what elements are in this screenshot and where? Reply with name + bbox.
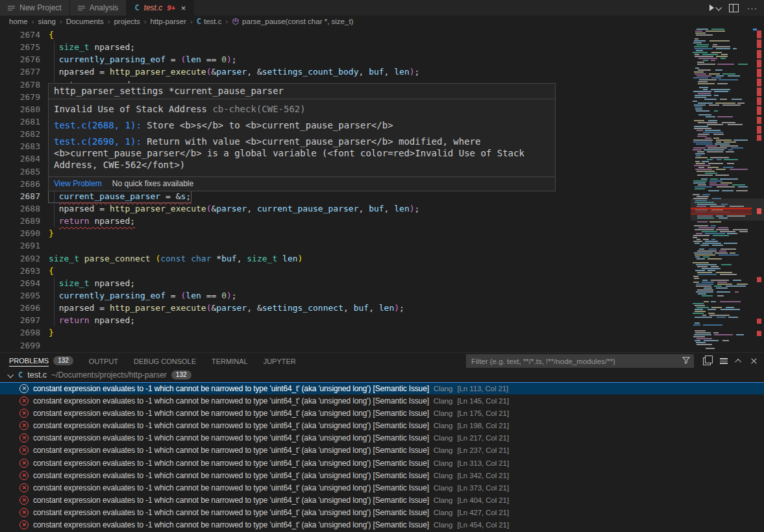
- line-number: 2692: [0, 252, 40, 265]
- tab-analysis[interactable]: Analysis: [70, 0, 127, 16]
- more-actions-icon[interactable]: ···: [747, 3, 758, 13]
- breadcrumb-projects[interactable]: projects: [114, 18, 140, 25]
- code-line-text: current_pause_parser = &s;: [49, 190, 191, 202]
- code-editor[interactable]: 2674{2675 size_t nparsed;2676 currently_…: [0, 27, 764, 352]
- code-line[interactable]: 2693{: [0, 265, 764, 277]
- tab-debug-console[interactable]: DEBUG CONSOLE: [134, 353, 196, 368]
- code-line[interactable]: 2677 nparsed = http_parser_execute(&pars…: [0, 66, 764, 78]
- line-number: 2686: [0, 178, 40, 190]
- group-count-badge: 132: [171, 370, 191, 380]
- breadcrumb-documents[interactable]: Documents: [66, 18, 104, 25]
- problem-row[interactable]: constant expression evaluates to -1 whic…: [0, 494, 764, 506]
- breadcrumb-siang[interactable]: siang: [38, 18, 56, 25]
- code-line-text: currently_parsing_eof = (len == 0);: [49, 289, 237, 302]
- breadcrumb-symbol-label: parse_pause(const char *, size_t): [242, 18, 353, 25]
- problem-row[interactable]: constant expression evaluates to -1 whic…: [0, 382, 764, 394]
- code-line[interactable]: 2698}: [0, 326, 764, 339]
- breadcrumb-home[interactable]: home: [9, 18, 28, 25]
- file-location-link[interactable]: test.c(2688, 1):: [54, 120, 142, 130]
- code-line[interactable]: 2675 size_t nparsed;: [0, 41, 764, 53]
- error-icon: [19, 433, 29, 442]
- maximize-panel-icon[interactable]: [735, 359, 741, 365]
- breadcrumb-separator: ›: [143, 18, 147, 25]
- breadcrumb-http-parser[interactable]: http-parser: [150, 18, 186, 25]
- problem-message: constant expression evaluates to -1 whic…: [33, 496, 429, 505]
- tab-terminal[interactable]: TERMINAL: [212, 353, 248, 368]
- problem-message: constant expression evaluates to -1 whic…: [33, 384, 429, 393]
- code-line[interactable]: 2690}: [0, 227, 764, 239]
- problem-row[interactable]: constant expression evaluates to -1 whic…: [0, 519, 764, 531]
- filter-icon[interactable]: [682, 356, 690, 364]
- close-panel-icon[interactable]: [750, 357, 758, 365]
- hover-diagnostic-title: Invalid Use of Stack Address cb-check(CW…: [54, 103, 550, 115]
- panel-tab-label: PROBLEMS: [9, 354, 49, 367]
- tab-new-project[interactable]: New Project: [0, 0, 70, 16]
- code-line[interactable]: 2699: [0, 339, 764, 352]
- code-line[interactable]: 2687 current_pause_parser = &s;: [0, 190, 764, 202]
- problem-hover-popup: http_parser_settings *current_pause_pars…: [48, 83, 556, 191]
- line-number: 2675: [0, 41, 40, 53]
- run-or-debug-button[interactable]: [709, 5, 721, 11]
- problem-row[interactable]: constant expression evaluates to -1 whic…: [0, 457, 764, 469]
- breadcrumb-separator: ›: [59, 18, 63, 25]
- close-tab-icon[interactable]: ×: [181, 3, 186, 13]
- error-icon: [19, 396, 29, 405]
- code-line[interactable]: 2674{: [0, 29, 764, 41]
- file-location-link[interactable]: test.c(2690, 1):: [54, 136, 142, 147]
- code-line[interactable]: 2695 currently_parsing_eof = (len == 0);: [0, 289, 764, 302]
- problem-source: Clang: [434, 472, 453, 479]
- problem-row[interactable]: constant expression evaluates to -1 whic…: [0, 407, 764, 419]
- copy-icon[interactable]: [703, 357, 711, 365]
- problem-row[interactable]: constant expression evaluates to -1 whic…: [0, 507, 764, 519]
- tab-output[interactable]: OUTPUT: [89, 353, 118, 368]
- code-line[interactable]: 2692size_t parse_connect (const char *bu…: [0, 252, 764, 265]
- tab-jupyter[interactable]: JUPYTER: [264, 353, 296, 368]
- minimap[interactable]: [691, 29, 752, 351]
- tab-problems[interactable]: PROBLEMS 132: [9, 353, 73, 368]
- problem-row[interactable]: constant expression evaluates to -1 whic…: [0, 481, 764, 494]
- problem-source: Clang: [434, 496, 453, 504]
- problem-message: constant expression evaluates to -1 whic…: [33, 459, 429, 468]
- view-as-table-icon[interactable]: [720, 358, 728, 363]
- problem-message: constant expression evaluates to -1 whic…: [33, 508, 429, 517]
- line-number: 2678: [0, 79, 40, 91]
- error-icon: [19, 496, 29, 505]
- code-line[interactable]: 2691: [0, 239, 764, 252]
- split-editor-icon[interactable]: [729, 4, 739, 12]
- problem-source: Clang: [434, 422, 453, 429]
- view-problem-link[interactable]: View Problem: [54, 179, 102, 189]
- code-line[interactable]: 2688 nparsed = http_parser_execute(&pars…: [0, 202, 764, 215]
- tab-test-c[interactable]: C test.c 9+ ×: [127, 0, 194, 16]
- problem-message: constant expression evaluates to -1 whic…: [33, 520, 429, 529]
- problems-filter-input[interactable]: [466, 354, 694, 368]
- problems-file-group[interactable]: C test.c ~/Documents/projects/http-parse…: [0, 368, 764, 382]
- code-line[interactable]: 2676 currently_parsing_eof = (len == 0);: [0, 53, 764, 66]
- minimap-slider[interactable]: [691, 199, 764, 221]
- problems-badge: 9+: [167, 4, 175, 12]
- line-number: 2689: [0, 215, 40, 227]
- c-file-icon: C: [197, 17, 201, 26]
- problem-row[interactable]: constant expression evaluates to -1 whic…: [0, 419, 764, 431]
- code-line-text: nparsed = http_parser_execute(&parser, &…: [49, 302, 404, 314]
- line-number: 2694: [0, 277, 40, 289]
- breadcrumb-symbol[interactable]: parse_pause(const char *, size_t): [232, 18, 353, 25]
- line-number: 2680: [0, 103, 40, 115]
- line-number: 2683: [0, 140, 40, 152]
- overview-ruler[interactable]: [752, 29, 764, 351]
- code-line[interactable]: 2694 size_t nparsed;: [0, 277, 764, 289]
- problem-location: [Ln 404, Col 21]: [457, 496, 509, 504]
- breadcrumb-separator: ›: [31, 18, 35, 25]
- problem-row[interactable]: constant expression evaluates to -1 whic…: [0, 469, 764, 481]
- breadcrumb-file[interactable]: C test.c: [197, 17, 222, 26]
- code-line-text: }: [49, 326, 54, 339]
- run-icon: [709, 5, 714, 11]
- breadcrumb-file-label: test.c: [204, 18, 221, 25]
- problem-row[interactable]: constant expression evaluates to -1 whic…: [0, 432, 764, 444]
- problem-row[interactable]: constant expression evaluates to -1 whic…: [0, 394, 764, 407]
- code-line[interactable]: 2689 return nparsed;: [0, 215, 764, 227]
- line-number: 2690: [0, 227, 40, 239]
- code-line[interactable]: 2696 nparsed = http_parser_execute(&pars…: [0, 302, 764, 314]
- line-number: 2696: [0, 302, 40, 314]
- code-line[interactable]: 2697 return nparsed;: [0, 314, 764, 326]
- problem-row[interactable]: constant expression evaluates to -1 whic…: [0, 444, 764, 457]
